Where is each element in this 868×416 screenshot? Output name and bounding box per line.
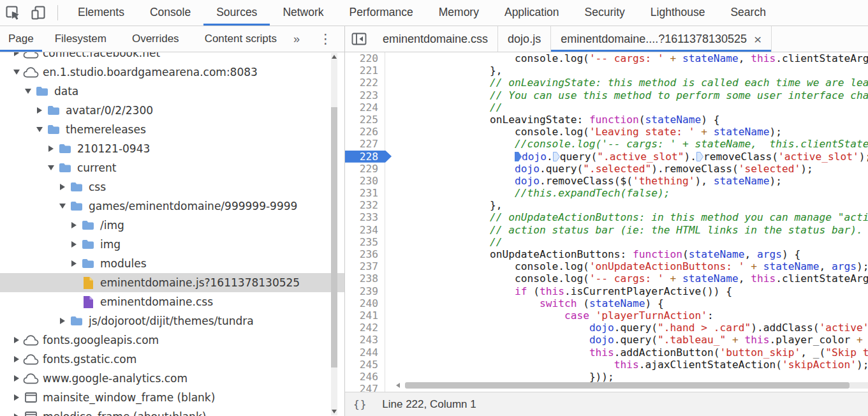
tree-item-css[interactable]: css <box>0 177 344 197</box>
line-number[interactable]: 235 <box>345 236 385 248</box>
tree-item-210121-0943[interactable]: 210121-0943 <box>0 139 344 158</box>
tab-search[interactable]: Search <box>717 0 778 26</box>
pretty-print-icon[interactable]: {} <box>353 398 367 410</box>
chevron-collapsed-icon[interactable] <box>70 241 78 248</box>
navigator-tab-overrides[interactable]: Overrides <box>119 26 192 52</box>
chevron-expanded-icon[interactable] <box>24 89 32 94</box>
close-tab-icon[interactable]: × <box>754 33 761 46</box>
inline-breakpoint-candidate-icon[interactable] <box>553 152 560 161</box>
tab-performance[interactable]: Performance <box>337 0 426 26</box>
toggle-navigator-icon[interactable] <box>345 26 373 52</box>
line-number[interactable]: 222 <box>345 77 385 89</box>
line-number[interactable]: 240 <box>345 297 385 309</box>
scrollbar-left-arrow[interactable] <box>396 383 400 388</box>
more-tabs-chevron-icon[interactable]: » <box>290 33 304 46</box>
line-number[interactable]: 224 <box>345 101 385 114</box>
tree-item--img[interactable]: /img <box>0 216 344 235</box>
chevron-collapsed-icon[interactable] <box>70 260 78 267</box>
line-number[interactable]: 239 <box>345 285 385 297</box>
line-number[interactable]: 226 <box>345 126 385 138</box>
tree-item-games-eminentdomaine-999999-9999[interactable]: games/eminentdomaine/999999-9999 <box>0 197 344 216</box>
line-number[interactable]: 223 <box>345 89 385 101</box>
tab-security[interactable]: Security <box>572 0 638 26</box>
tree-item-fonts-gstatic-com[interactable]: fonts.gstatic.com <box>0 350 344 369</box>
tab-application[interactable]: Application <box>492 0 572 26</box>
chevron-collapsed-icon[interactable] <box>12 337 20 343</box>
line-number[interactable]: 247 <box>345 383 385 392</box>
tree-item-connect-facebook-net[interactable]: connect.facebook.net <box>0 52 344 63</box>
code-editor[interactable]: 220 console.log('-- cargs: ' + stateName… <box>345 52 868 392</box>
tree-item-themereleases[interactable]: themereleases <box>0 120 344 139</box>
tree-item-js-dojoroot-dijit-themes-tundra[interactable]: js/dojoroot/dijit/themes/tundra <box>0 311 344 331</box>
tree-item-avatar-0-2-2300[interactable]: avatar/0/2/2300 <box>0 101 344 120</box>
editor-tab-eminentdomaine-1611378130525[interactable]: eminentdomaine....?1611378130525× <box>551 26 772 52</box>
line-number[interactable]: 225 <box>345 114 385 126</box>
chevron-collapsed-icon[interactable] <box>47 145 55 152</box>
line-number[interactable]: 236 <box>345 248 385 260</box>
line-number[interactable]: 230 <box>345 175 385 187</box>
chevron-expanded-icon[interactable] <box>12 70 20 75</box>
chevron-collapsed-icon[interactable] <box>12 413 20 416</box>
line-number[interactable]: 241 <box>345 309 385 322</box>
tree-item-data[interactable]: data <box>0 82 344 101</box>
horizontal-scrollbar-thumb[interactable] <box>405 382 850 389</box>
tree-item-modules[interactable]: modules <box>0 254 344 273</box>
inline-breakpoint-candidate-icon[interactable] <box>696 152 703 161</box>
editor-tab-eminentdomaine-css[interactable]: eminentdomaine.css <box>373 26 498 52</box>
tab-elements[interactable]: Elements <box>65 0 137 26</box>
chevron-collapsed-icon[interactable] <box>58 184 66 190</box>
line-number[interactable]: 243 <box>345 334 385 346</box>
scrollbar-thumb[interactable] <box>331 107 337 368</box>
line-number[interactable]: 227 <box>345 138 385 150</box>
device-toolbar-icon[interactable] <box>26 0 51 26</box>
line-number[interactable]: 237 <box>345 260 385 272</box>
tree-item-img[interactable]: img <box>0 235 344 254</box>
line-number[interactable]: 231 <box>345 187 385 199</box>
chevron-expanded-icon[interactable] <box>35 127 43 132</box>
chevron-expanded-icon[interactable] <box>47 165 55 170</box>
navigator-tab-content-scripts[interactable]: Content scripts <box>192 26 290 52</box>
tree-item-melodice-frame-about-blank-[interactable]: melodice_frame (about:blank) <box>0 407 344 416</box>
chevron-collapsed-icon[interactable] <box>12 375 20 382</box>
tree-item-eminentdomaine-js-1611378130525[interactable]: eminentdomaine.js?1611378130525 <box>0 273 344 292</box>
navigator-tab-filesystem[interactable]: Filesystem <box>42 26 119 52</box>
chevron-collapsed-icon[interactable] <box>58 318 66 324</box>
tree-item-eminentdomaine-css[interactable]: eminentdomaine.css <box>0 292 344 311</box>
horizontal-scrollbar-track[interactable] <box>850 382 868 389</box>
line-number[interactable]: 232 <box>345 199 385 211</box>
inspect-element-icon[interactable] <box>0 0 26 26</box>
tab-sources[interactable]: Sources <box>203 0 270 26</box>
line-number[interactable]: 233 <box>345 211 385 223</box>
editor-horizontal-scrollbar[interactable] <box>388 382 868 389</box>
line-number[interactable]: 246 <box>345 371 385 383</box>
scrollbar-up-arrow[interactable] <box>332 55 337 59</box>
line-number[interactable]: 244 <box>345 346 385 359</box>
inline-breakpoint-icon[interactable] <box>515 152 522 161</box>
tab-memory[interactable]: Memory <box>426 0 492 26</box>
chevron-collapsed-icon[interactable] <box>12 394 20 401</box>
navigator-menu-icon[interactable]: ⋮ <box>314 31 337 47</box>
chevron-collapsed-icon[interactable] <box>12 356 20 362</box>
line-number[interactable]: 220 <box>345 52 385 64</box>
tree-item-mainsite-window-frame-blank-[interactable]: mainsite_window_frame (blank) <box>0 388 344 407</box>
line-number[interactable]: 238 <box>345 272 385 285</box>
navigator-tab-page[interactable]: Page <box>0 26 42 52</box>
chevron-collapsed-icon[interactable] <box>12 52 20 56</box>
chevron-collapsed-icon[interactable] <box>70 222 78 228</box>
line-number[interactable]: 221 <box>345 64 385 77</box>
tree-item-en-1-studio-boardgamearena-com-8083[interactable]: en.1.studio.boardgamearena.com:8083 <box>0 63 344 82</box>
line-number[interactable]: 242 <box>345 322 385 334</box>
line-number[interactable]: 234 <box>345 224 385 236</box>
line-number[interactable]: 245 <box>345 359 385 371</box>
line-number[interactable]: 229 <box>345 163 385 175</box>
tab-lighthouse[interactable]: Lighthouse <box>638 0 718 26</box>
sidebar-scrollbar[interactable] <box>331 53 337 415</box>
tab-network[interactable]: Network <box>270 0 336 26</box>
tree-item-fonts-googleapis-com[interactable]: fonts.googleapis.com <box>0 331 344 350</box>
chevron-expanded-icon[interactable] <box>58 204 66 209</box>
tab-console[interactable]: Console <box>137 0 203 26</box>
editor-tab-dojo-js[interactable]: dojo.js <box>498 26 551 52</box>
scrollbar-down-arrow[interactable] <box>332 410 337 413</box>
chevron-collapsed-icon[interactable] <box>35 107 43 114</box>
tree-item-www-google-analytics-com[interactable]: www.google-analytics.com <box>0 369 344 388</box>
